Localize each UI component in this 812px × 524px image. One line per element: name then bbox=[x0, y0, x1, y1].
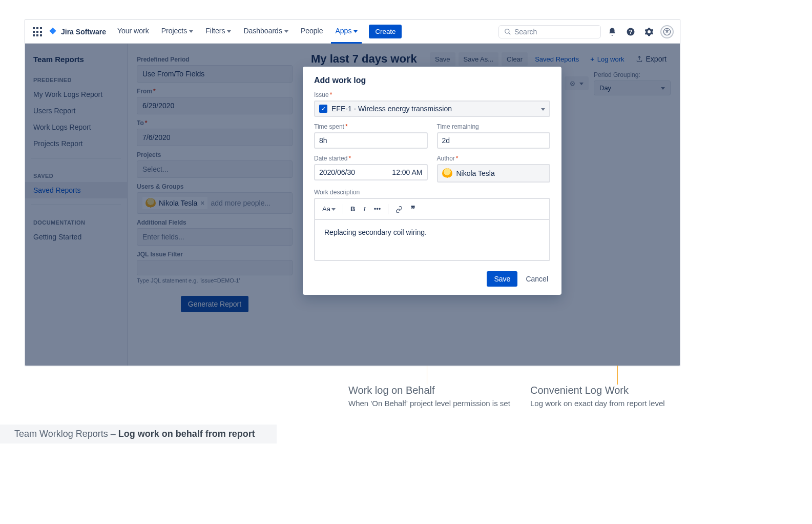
app-switcher-icon[interactable] bbox=[31, 26, 44, 38]
modal-cancel-button[interactable]: Cancel bbox=[524, 271, 550, 287]
svg-rect-8 bbox=[40, 34, 42, 36]
italic-button[interactable]: I bbox=[360, 203, 368, 215]
caption-bold: Log work on behalf from report bbox=[118, 429, 255, 439]
help-icon[interactable]: ? bbox=[623, 25, 638, 39]
profile-avatar[interactable] bbox=[660, 25, 674, 38]
jira-logo[interactable]: Jira Software bbox=[48, 27, 106, 37]
link-icon bbox=[395, 206, 403, 213]
annotation-sub-behalf: When 'On Behalf' project level permissio… bbox=[348, 399, 510, 408]
issue-select[interactable]: ✓ EFE-1 - Wireless energy transmission bbox=[314, 100, 550, 117]
caption-bar: Team Worklog Reports – Log work on behal… bbox=[0, 425, 277, 444]
nav-dashboards[interactable]: Dashboards bbox=[239, 20, 293, 44]
modal-actions: Save Cancel bbox=[314, 271, 550, 287]
issue-checkbox-icon: ✓ bbox=[319, 105, 327, 113]
issue-value: EFE-1 - Wireless energy transmission bbox=[331, 105, 452, 113]
more-format-button[interactable]: ••• bbox=[371, 203, 384, 215]
label-date-started: Date started* bbox=[314, 155, 428, 162]
notifications-icon[interactable] bbox=[605, 25, 619, 39]
search-input[interactable]: Search bbox=[498, 25, 601, 38]
svg-rect-0 bbox=[33, 27, 35, 29]
modal-title: Add work log bbox=[314, 76, 550, 85]
search-placeholder: Search bbox=[514, 28, 537, 36]
label-issue: Issue* bbox=[314, 91, 550, 98]
quote-button[interactable]: ❞ bbox=[408, 202, 419, 216]
author-select[interactable]: Nikola Tesla bbox=[437, 164, 551, 183]
create-button[interactable]: Create bbox=[369, 25, 402, 38]
author-value: Nikola Tesla bbox=[456, 169, 495, 177]
svg-rect-1 bbox=[36, 27, 38, 29]
time-remaining-input[interactable]: 2d bbox=[437, 132, 551, 149]
nav-filters[interactable]: Filters bbox=[201, 20, 235, 44]
nav-your-work[interactable]: Your work bbox=[113, 20, 153, 44]
chevron-down-icon bbox=[353, 30, 358, 33]
chevron-down-icon bbox=[189, 30, 193, 33]
chevron-down-icon bbox=[541, 108, 545, 111]
modal-save-button[interactable]: Save bbox=[487, 271, 517, 287]
svg-rect-6 bbox=[33, 34, 35, 36]
work-description-editor[interactable]: Replacing secondary coil wiring. bbox=[314, 220, 550, 261]
date-started-input[interactable]: 2020/06/30 12:00 AM bbox=[314, 164, 428, 180]
bold-button[interactable]: B bbox=[347, 203, 358, 215]
chevron-down-icon bbox=[284, 30, 288, 33]
svg-rect-4 bbox=[36, 31, 38, 33]
caption-prefix: Team Worklog Reports – bbox=[14, 429, 118, 439]
nav-projects[interactable]: Projects bbox=[157, 20, 198, 44]
annotation-title-behalf: Work log on Behalf bbox=[348, 385, 435, 396]
nav-people[interactable]: People bbox=[297, 20, 327, 44]
svg-rect-7 bbox=[36, 34, 38, 36]
link-button[interactable] bbox=[392, 204, 406, 215]
svg-point-9 bbox=[505, 29, 509, 33]
time-spent-input[interactable]: 8h bbox=[314, 132, 428, 149]
editor-toolbar: Aa B I ••• ❞ bbox=[314, 198, 550, 220]
chevron-down-icon bbox=[331, 208, 336, 211]
svg-rect-3 bbox=[33, 31, 35, 33]
search-icon bbox=[504, 28, 511, 35]
label-time-spent: Time spent* bbox=[314, 123, 428, 130]
text-style-button[interactable]: Aa bbox=[319, 203, 339, 215]
annotation-sub-convenient: Log work on exact day from report level bbox=[530, 399, 665, 408]
add-worklog-modal: Add work log Issue* ✓ EFE-1 - Wireless e… bbox=[303, 67, 561, 295]
svg-line-10 bbox=[509, 32, 511, 34]
label-time-remaining: Time remaining bbox=[437, 123, 551, 130]
label-work-description: Work description bbox=[314, 189, 550, 196]
label-author: Author* bbox=[437, 155, 551, 162]
product-name: Jira Software bbox=[61, 28, 106, 36]
annotation-title-convenient: Convenient Log Work bbox=[530, 385, 629, 396]
svg-text:?: ? bbox=[629, 28, 632, 34]
app-window: Jira Software Your work Projects Filters… bbox=[25, 19, 680, 366]
avatar-icon bbox=[442, 168, 452, 178]
settings-icon[interactable] bbox=[642, 25, 656, 39]
svg-rect-5 bbox=[40, 31, 42, 33]
nav-apps[interactable]: Apps bbox=[331, 20, 362, 44]
svg-rect-2 bbox=[40, 27, 42, 29]
chevron-down-icon bbox=[227, 30, 231, 33]
top-nav: Jira Software Your work Projects Filters… bbox=[25, 20, 680, 44]
